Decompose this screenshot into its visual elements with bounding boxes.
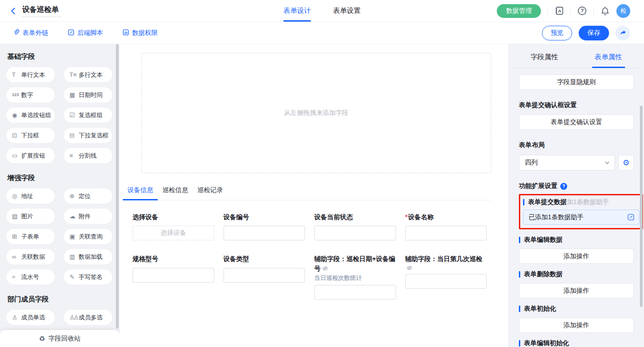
- section-bar: [519, 271, 520, 278]
- field-pill-radio-group[interactable]: ◉单选按钮组: [6, 108, 55, 123]
- layout-select[interactable]: 四列: [519, 155, 615, 171]
- field-pill-attachment[interactable]: ☁附件: [64, 209, 112, 224]
- properties-panel: 字段属性 表单属性 字段显隐规则 表单提交确认框设置 表单提交确认设置 表单布局…: [508, 44, 644, 347]
- form-init-section: 表单初始化 添加操作: [519, 305, 634, 333]
- preview-button[interactable]: 预览: [542, 26, 572, 40]
- backend-script-link[interactable]: 后端脚本: [68, 29, 103, 37]
- sidebar-scrollbar[interactable]: [116, 44, 119, 329]
- form-field-device-name[interactable]: *设备名称: [405, 212, 487, 240]
- field-pill-number[interactable]: 123数字: [6, 87, 55, 102]
- tab-field-properties[interactable]: 字段属性: [512, 47, 576, 68]
- field-pill-serial-number[interactable]: ≈流水号: [6, 269, 55, 284]
- field-pill-checkbox-group[interactable]: ☑复选框组: [64, 108, 112, 123]
- edit-data-section: 表单编辑数据 添加操作: [519, 236, 634, 264]
- tab-form-properties[interactable]: 表单属性: [576, 47, 640, 68]
- recycle-icon: ♻: [39, 335, 45, 343]
- svg-text:A: A: [558, 8, 561, 13]
- device-name-input[interactable]: [405, 226, 487, 240]
- dropzone[interactable]: 从左侧拖拽来添加字段: [141, 53, 491, 173]
- save-button[interactable]: 保存: [579, 26, 609, 40]
- top-header: 设备巡检单 表单设计 表单设置 数据管理 A ? 检: [0, 0, 644, 22]
- data-permission-link[interactable]: 数据权限: [122, 29, 158, 37]
- avatar[interactable]: 检: [616, 4, 630, 18]
- divider: [570, 7, 571, 15]
- delete-data-section: 表单删除数据 添加操作: [519, 270, 634, 298]
- form-external-link[interactable]: 表单外链: [13, 29, 48, 37]
- checkbox-group-icon: ☑: [69, 112, 79, 118]
- form-field-spec-model[interactable]: 规格型号: [132, 254, 214, 282]
- spec-model-input[interactable]: [132, 268, 214, 283]
- field-pill-member-single[interactable]: ♙成员单选: [6, 310, 55, 325]
- field-pill-multi-dropdown[interactable]: ⊟下拉复选框: [64, 128, 112, 143]
- divider-icon: ≡: [69, 153, 79, 159]
- form-field-device-type[interactable]: 设备类型: [224, 254, 305, 282]
- single-line-text-icon: T: [12, 72, 21, 78]
- layout-gear-button[interactable]: ⚙: [618, 155, 634, 171]
- image-icon: ▧: [12, 213, 21, 219]
- linked-data-icon: ∞: [12, 254, 21, 260]
- tab-form-settings[interactable]: 表单设置: [333, 0, 361, 22]
- form-field-select-device[interactable]: 选择设备 选择设备: [132, 212, 214, 240]
- field-pill-single-line-text[interactable]: T单行文本: [6, 67, 55, 82]
- back-icon[interactable]: [9, 7, 17, 15]
- device-code-input[interactable]: [224, 226, 305, 240]
- aux-date-code-input[interactable]: [314, 285, 396, 300]
- field-pill-dropdown[interactable]: ⊡下拉框: [6, 128, 55, 143]
- tab-inspection-record[interactable]: 巡检记录: [193, 186, 228, 200]
- help-filled-icon[interactable]: ?: [560, 183, 567, 190]
- submit-confirm-settings-button[interactable]: 表单提交确认设置: [519, 114, 634, 130]
- select-device-input[interactable]: 选择设备: [132, 226, 214, 240]
- header-tabs: 表单设计 表单设置: [283, 0, 361, 22]
- multi-line-text-icon: T≡: [69, 72, 79, 78]
- form-field-aux-date-code[interactable]: 辅助字段：巡检日期+设备编号 当日巡检次数统计: [314, 254, 396, 300]
- divider: [593, 7, 594, 15]
- divider: [547, 7, 548, 15]
- field-pill-linked-query[interactable]: ▣关联查询: [64, 229, 112, 244]
- form-field-device-status[interactable]: 设备当前状态: [314, 212, 396, 240]
- data-manage-button[interactable]: 数据管理: [497, 4, 541, 18]
- form-field-device-code[interactable]: 设备编号: [224, 212, 305, 240]
- help-icon[interactable]: ?: [577, 6, 587, 16]
- properties-scrollbar[interactable]: [640, 106, 643, 307]
- field-pill-locate[interactable]: ⊕定位: [64, 188, 112, 204]
- tab-form-design[interactable]: 表单设计: [283, 0, 311, 22]
- add-action-button-delete-data[interactable]: 添加操作: [519, 283, 634, 298]
- field-pill-data-load[interactable]: ▥数据加载: [64, 249, 112, 264]
- share-button[interactable]: [615, 26, 630, 40]
- gear-icon: ⚙: [622, 159, 629, 167]
- attachment-icon: ☁: [69, 213, 79, 219]
- field-pill-subform[interactable]: ⊞子表单: [6, 229, 55, 244]
- section-title-member-fields: 部门成员字段: [7, 295, 112, 304]
- field-pill-divider-line[interactable]: ≡分割线: [64, 148, 112, 163]
- device-type-input[interactable]: [224, 268, 305, 283]
- field-visibility-rules-button[interactable]: 字段显隐规则: [519, 74, 634, 90]
- field-pill-image[interactable]: ▧图片: [6, 209, 55, 224]
- device-status-input[interactable]: [314, 226, 396, 240]
- field-pill-member-multi[interactable]: ♙♙成员多选: [64, 310, 112, 325]
- add-action-button-form-init[interactable]: 添加操作: [519, 318, 634, 333]
- field-recycle-bin[interactable]: ♻ 字段回收站: [0, 330, 120, 347]
- edit-icon[interactable]: [627, 213, 635, 221]
- data-assistant-status[interactable]: 已添加1条数据助手: [523, 210, 639, 225]
- add-action-button-edit-data[interactable]: 添加操作: [519, 249, 634, 264]
- contacts-book-icon[interactable]: A: [554, 6, 564, 16]
- aux-daily-count-input[interactable]: [405, 274, 487, 289]
- page-title[interactable]: 设备巡检单: [22, 5, 61, 17]
- field-pill-multi-line-text[interactable]: T≡多行文本: [64, 67, 112, 82]
- edit-init-section: 表单编辑初始化 添加操作: [519, 339, 634, 347]
- data-chart-icon: [122, 29, 129, 37]
- field-pill-datetime[interactable]: ▦日期时间: [64, 87, 112, 102]
- chevron-down-icon: [604, 160, 610, 165]
- field-pill-linked-data[interactable]: ∞关联数据: [6, 249, 55, 264]
- divider: [512, 68, 640, 68]
- tab-device-info[interactable]: 设备信息: [123, 186, 158, 200]
- field-pill-address[interactable]: ◎地址: [6, 188, 55, 204]
- field-pill-signature[interactable]: ✎手写签名: [64, 269, 112, 284]
- tab-inspection-info[interactable]: 巡检信息: [158, 186, 193, 200]
- radio-group-icon: ◉: [12, 112, 21, 118]
- highlight-red-box: 表单提交数据 加1条数据助手 已添加1条数据助手: [519, 194, 643, 229]
- notification-bell-icon[interactable]: [600, 6, 610, 16]
- linked-query-icon: ▣: [69, 233, 79, 239]
- field-pill-extend-button[interactable]: ▭扩展按钮: [6, 148, 55, 163]
- form-field-aux-daily-count[interactable]: 辅助字段：当日第几次巡检: [405, 254, 487, 288]
